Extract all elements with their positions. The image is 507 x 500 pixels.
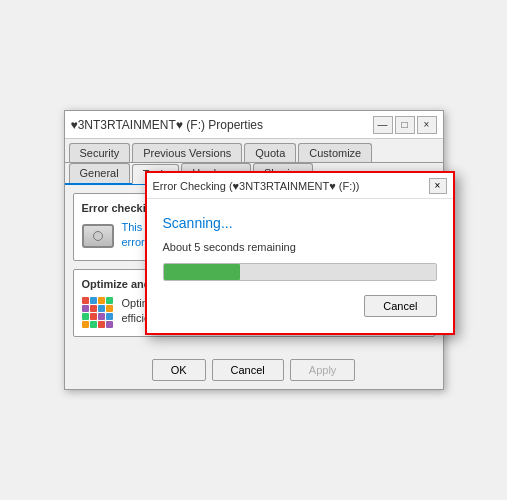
- dialog-buttons: Cancel: [163, 295, 437, 317]
- apply-button[interactable]: Apply: [290, 359, 356, 381]
- progress-bar-fill: [164, 264, 240, 280]
- tab-general[interactable]: General: [69, 163, 130, 183]
- minimize-button[interactable]: —: [373, 116, 393, 134]
- window-title: ♥3NT3RTAINMENT♥ (F:) Properties: [71, 118, 264, 132]
- maximize-button[interactable]: □: [395, 116, 415, 134]
- hdd-graphic: [82, 224, 114, 248]
- ok-button[interactable]: OK: [152, 359, 206, 381]
- dialog-close-button[interactable]: ×: [429, 178, 447, 194]
- dialog-content: Scanning... About 5 seconds remaining Ca…: [147, 199, 453, 333]
- defrag-graphic: [82, 297, 113, 328]
- scanning-text: Scanning...: [163, 215, 437, 231]
- tab-customize[interactable]: Customize: [298, 143, 372, 162]
- dialog-title-bar: Error Checking (♥3NT3RTAINMENT♥ (F:)) ×: [147, 173, 453, 199]
- tab-quota[interactable]: Quota: [244, 143, 296, 162]
- cancel-button[interactable]: Cancel: [212, 359, 284, 381]
- remaining-text: About 5 seconds remaining: [163, 241, 437, 253]
- error-checking-dialog: Error Checking (♥3NT3RTAINMENT♥ (F:)) × …: [145, 171, 455, 335]
- defrag-icon: [82, 296, 114, 328]
- title-bar: ♥3NT3RTAINMENT♥ (F:) Properties — □ ×: [65, 111, 443, 139]
- tab-security[interactable]: Security: [69, 143, 131, 162]
- dialog-cancel-button[interactable]: Cancel: [364, 295, 436, 317]
- tab-previous-versions[interactable]: Previous Versions: [132, 143, 242, 162]
- dialog-title: Error Checking (♥3NT3RTAINMENT♥ (F:)): [153, 180, 360, 192]
- tabs-row1: Security Previous Versions Quota Customi…: [65, 139, 443, 163]
- bottom-buttons-area: OK Cancel Apply: [65, 353, 443, 389]
- properties-window: ♥3NT3RTAINMENT♥ (F:) Properties — □ × Se…: [64, 110, 444, 390]
- title-bar-controls: — □ ×: [373, 116, 437, 134]
- progress-bar-container: [163, 263, 437, 281]
- close-button[interactable]: ×: [417, 116, 437, 134]
- hdd-icon: [82, 220, 114, 252]
